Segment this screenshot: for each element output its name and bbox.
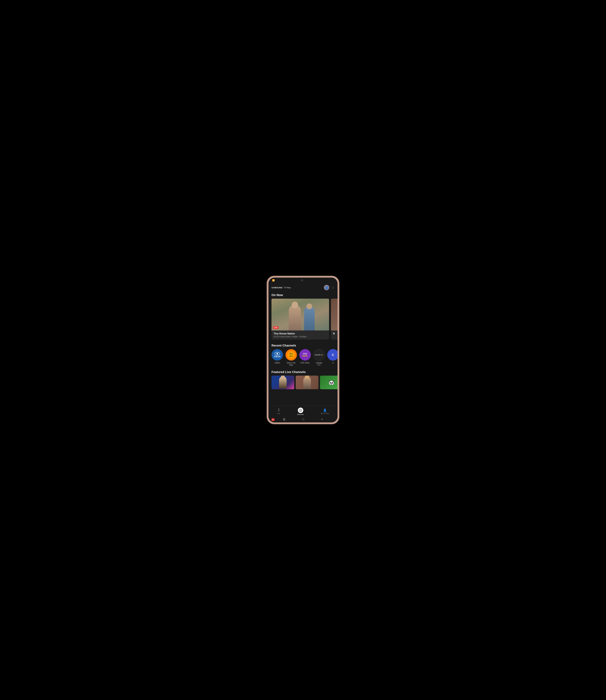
- cbsn-text: CBSN: [274, 355, 281, 358]
- now-card-main[interactable]: LIVE Tiny House Nation S3 E14 Smart Home…: [272, 299, 329, 340]
- channel-logo-partial: C: [327, 349, 337, 360]
- avatar-image: 👤: [324, 285, 329, 290]
- avatar[interactable]: 👤: [324, 285, 329, 290]
- channel-name-deal: Deal or NoDeal: [287, 362, 296, 366]
- on-now-scroll: LIVE Tiny House Nation S3 E14 Smart Home…: [269, 299, 337, 343]
- on-now-title: On Now: [269, 292, 337, 299]
- discover-circle: [298, 407, 303, 413]
- now-card-title: Tiny House Nation: [274, 332, 327, 335]
- channel-logo-deal: DEAL OR NO DEAL: [285, 349, 297, 360]
- logo-area: SAMSUNG TV Plus: [272, 286, 291, 289]
- featured-scroll: 🐼: [269, 376, 337, 392]
- channel-item-partial[interactable]: C C: [327, 349, 337, 366]
- person-1: [289, 305, 301, 330]
- channel-item-cbsn[interactable]: CBSN CBSN: [272, 349, 283, 366]
- channel-item-foxsoul[interactable]: FOX SOUL FOX SOUL: [299, 349, 311, 366]
- live-badge: LIVE: [273, 326, 278, 329]
- featured-live-title: Featured Live Channels: [269, 369, 337, 376]
- featured-person-1: [279, 376, 287, 389]
- cbs-eye-icon: [275, 352, 280, 355]
- live-broadcast-icon: [277, 409, 281, 411]
- recents-button[interactable]: |||: [283, 418, 285, 421]
- now-card-thumbnail: LIVE: [272, 299, 329, 330]
- channel-item-deal[interactable]: DEAL OR NO DEAL Deal or NoDeal: [285, 349, 297, 366]
- home-button[interactable]: □: [302, 418, 304, 421]
- outside-plus: +: [322, 354, 323, 356]
- bottom-nav: Live Discover 👤 My TV Plus: [269, 406, 337, 416]
- live-icon: [277, 409, 281, 412]
- channel-name-outside: OutsideTV+: [316, 362, 322, 366]
- nav-label-discover: Discover: [297, 414, 304, 415]
- channel-name-partial: C: [332, 362, 334, 364]
- deal-inner: DEAL OR NO DEAL: [289, 353, 293, 357]
- nav-item-discover[interactable]: Discover: [297, 407, 304, 415]
- app-content: SAMSUNG TV Plus 👤 ⋮ On Now: [269, 282, 337, 406]
- now-card-info: Tiny House Nation S3 E14 Smart Home | 3:…: [272, 330, 329, 340]
- outside-inner: Outside tv+: [315, 354, 323, 356]
- compass-icon: [299, 409, 302, 412]
- app-header: SAMSUNG TV Plus 👤 ⋮: [269, 282, 337, 292]
- person-2: [304, 306, 314, 330]
- channels-scroll: CBSN CBSN DEAL OR NO DEAL Deal or NoDe: [269, 349, 337, 369]
- android-nav: ||| □ <: [269, 416, 337, 422]
- now-card-partial[interactable]: L N: [331, 299, 337, 340]
- recent-channels-title: Recent Channels: [269, 343, 337, 349]
- fox-text: FOX: [302, 353, 308, 355]
- featured-person-2: [303, 376, 311, 389]
- channel-logo-cbsn: CBSN: [272, 349, 283, 360]
- fox-inner: FOX SOUL: [302, 353, 308, 357]
- nav-label-mytvplus: My TV Plus: [321, 413, 329, 414]
- partial-letter: C: [332, 353, 334, 357]
- more-menu-icon[interactable]: ⋮: [331, 286, 334, 289]
- header-right: 👤 ⋮: [324, 285, 334, 290]
- channel-name-cbsn: CBSN: [275, 362, 280, 364]
- now-card-subtitle: S3 E14 Smart Home | 3:00pm - 04:00pm: [274, 335, 327, 338]
- channel-logo-outside: Outside tv+: [313, 349, 325, 360]
- channel-name-foxsoul: FOX SOUL: [301, 362, 310, 364]
- animal-icon: 🐼: [329, 380, 334, 385]
- mytvplus-icon: 👤: [323, 409, 327, 412]
- now-card-partial-info: N: [331, 330, 337, 337]
- soul-text: SOUL: [302, 355, 308, 357]
- outside-text: Outside tv+: [315, 354, 323, 356]
- nav-item-mytvplus[interactable]: 👤 My TV Plus: [321, 409, 329, 414]
- featured-card-3[interactable]: 🐼: [320, 376, 337, 389]
- camera-notch: [301, 279, 303, 281]
- channel-item-outside[interactable]: Outside tv+ OutsideTV+: [313, 349, 325, 366]
- channel-logo-foxsoul: FOX SOUL: [299, 349, 311, 360]
- now-card-partial-thumbnail: L: [331, 299, 337, 330]
- nav-label-live: Live: [277, 413, 280, 414]
- thumb-scene: [272, 299, 329, 330]
- tvplus-label: TV Plus: [284, 286, 291, 289]
- featured-card-2[interactable]: [296, 376, 319, 389]
- wifi-icon: 📶: [272, 279, 275, 281]
- phone-device: 📶 SAMSUNG TV Plus 👤 ⋮ On Now: [266, 276, 340, 424]
- status-bar: 📶: [269, 278, 337, 282]
- featured-card-1[interactable]: [272, 376, 294, 389]
- nav-item-live[interactable]: Live: [277, 409, 281, 414]
- svg-point-0: [278, 410, 279, 410]
- phone-screen: 📶 SAMSUNG TV Plus 👤 ⋮ On Now: [269, 278, 337, 422]
- samsung-label: SAMSUNG: [272, 286, 283, 289]
- cbsn-inner: CBSN: [274, 352, 281, 358]
- back-button[interactable]: <: [321, 418, 323, 421]
- now-card-partial-title: N: [333, 332, 337, 335]
